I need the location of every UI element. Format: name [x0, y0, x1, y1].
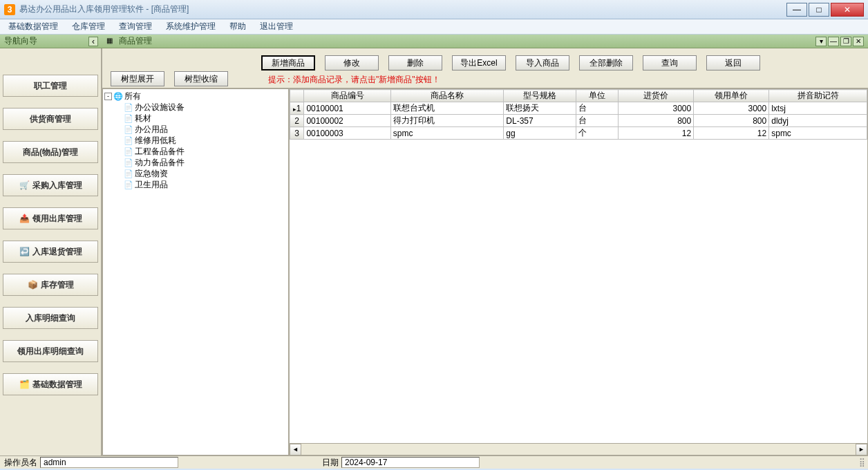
grid-cell[interactable]: 12	[694, 127, 769, 140]
menu-item-0[interactable]: 基础数据管理	[6, 19, 61, 34]
hint-text: 提示：添加商品记录，请点击"新增商品"按钮！	[268, 74, 440, 86]
file-icon	[124, 135, 133, 145]
table-row[interactable]: 100100001联想台式机联想扬天台30003000lxtsj	[290, 102, 867, 115]
panel-close-button[interactable]: ✕	[853, 37, 864, 46]
menu-item-1[interactable]: 仓库管理	[69, 19, 108, 34]
sidebar-item-5[interactable]: ↩️入库退货管理	[3, 241, 98, 263]
resize-grip-icon[interactable]: ⣿	[859, 458, 864, 467]
product-grid[interactable]: 商品编号商品名称型号规格单位进货价领用单价拼音助记符 100100001联想台式…	[289, 88, 868, 455]
minimize-button[interactable]: —	[786, 3, 807, 17]
grid-cell[interactable]: 800	[619, 115, 694, 127]
tree-node-3[interactable]: 维修用低耗	[124, 135, 287, 146]
panel-titlebar: ▦ 商品管理 ▾ — ❐ ✕	[102, 35, 868, 48]
toolbar-button-删除[interactable]: 删除	[388, 55, 442, 70]
menu-item-4[interactable]: 帮助	[227, 19, 249, 34]
grid-cell[interactable]: spmc	[390, 127, 504, 140]
grid-cell[interactable]: 3000	[619, 102, 694, 115]
toolbar-button-修改[interactable]: 修改	[325, 55, 379, 70]
toolbar-button-新增商品[interactable]: 新增商品	[261, 55, 315, 70]
grid-cell[interactable]: gg	[504, 127, 576, 140]
sidebar-item-9[interactable]: 🗂️基础数据管理	[3, 373, 98, 395]
file-icon	[124, 102, 133, 112]
sidebar-item-4[interactable]: 📤领用出库管理	[3, 207, 98, 229]
table-row[interactable]: 200100002得力打印机DL-357台800800dldyj	[290, 115, 867, 127]
panel-minimize-button[interactable]: —	[828, 37, 839, 46]
grid-column-header[interactable]: 单位	[576, 90, 619, 102]
grid-cell[interactable]: 3000	[694, 102, 769, 115]
panel-dropdown-icon[interactable]: ▾	[815, 37, 827, 46]
globe-icon	[113, 91, 123, 101]
file-icon	[124, 147, 133, 156]
grid-cell[interactable]: 台	[576, 102, 619, 115]
grid-cell[interactable]: dldyj	[769, 115, 867, 127]
tree-node-4[interactable]: 工程备品备件	[124, 146, 287, 157]
sidebar-item-7[interactable]: 入库明细查询	[3, 307, 98, 329]
grid-cell[interactable]: 个	[576, 127, 619, 140]
date-field: 2024-09-17	[341, 457, 480, 468]
menu-item-3[interactable]: 系统维护管理	[163, 19, 218, 34]
category-tree[interactable]: - 所有 办公设施设备耗材办公用品维修用低耗工程备品备件动力备品备件应急物资卫生…	[102, 88, 289, 455]
tree-toggle-icon[interactable]: -	[104, 93, 112, 100]
grid-cell[interactable]: 联想台式机	[390, 102, 504, 115]
toolbar-button-树型展开[interactable]: 树型展开	[111, 71, 164, 86]
panel-title: 商品管理	[119, 35, 815, 47]
sidebar-item-2[interactable]: 商品(物品)管理	[3, 141, 98, 163]
grid-column-header[interactable]: 商品编号	[304, 90, 390, 102]
table-row[interactable]: 300100003spmcgg个1212spmc	[290, 127, 867, 140]
nav-collapse-icon[interactable]: ‹	[88, 37, 98, 46]
tree-node-7[interactable]: 卫生用品	[124, 179, 287, 190]
tree-node-5[interactable]: 动力备品备件	[124, 157, 287, 168]
grid-cell[interactable]: lxtsj	[769, 102, 867, 115]
grid-cell[interactable]: 00100003	[304, 127, 390, 140]
grid-column-header[interactable]: 进货价	[619, 90, 694, 102]
sidebar-item-6[interactable]: 📦库存管理	[3, 274, 98, 296]
close-button[interactable]: ✕	[831, 3, 864, 17]
tree-node-0[interactable]: 办公设施设备	[124, 102, 287, 113]
grid-cell[interactable]: 12	[619, 127, 694, 140]
tree-node-label: 维修用低耗	[135, 135, 176, 147]
tree-node-label: 卫生用品	[135, 179, 168, 191]
sidebar-item-label: 入库明细查询	[26, 312, 75, 324]
grid-column-header[interactable]: 领用单价	[694, 90, 769, 102]
menu-item-5[interactable]: 退出管理	[257, 19, 296, 34]
menu-item-2[interactable]: 查询管理	[116, 19, 155, 34]
tree-node-2[interactable]: 办公用品	[124, 124, 287, 135]
toolbar-button-查询[interactable]: 查询	[643, 55, 697, 70]
grid-cell[interactable]: 得力打印机	[390, 115, 504, 127]
toolbar-button-导入商品[interactable]: 导入商品	[516, 55, 569, 70]
grid-cell[interactable]: 联想扬天	[504, 102, 576, 115]
grid-cell[interactable]: 00100002	[304, 115, 390, 127]
sidebar-item-0[interactable]: 职工管理	[3, 75, 98, 97]
grid-cell[interactable]: 00100001	[304, 102, 390, 115]
tree-node-6[interactable]: 应急物资	[124, 168, 287, 179]
panel-icon: ▦	[106, 37, 116, 46]
grid-column-header[interactable]: 商品名称	[390, 90, 504, 102]
toolbar-button-返回[interactable]: 返回	[706, 55, 760, 70]
grid-rownum-header	[290, 90, 304, 102]
maximize-button[interactable]: □	[809, 3, 829, 17]
horizontal-scrollbar[interactable]: ◄ ►	[290, 443, 867, 455]
sidebar-item-label: 商品(物品)管理	[23, 147, 78, 158]
scroll-right-icon[interactable]: ►	[856, 444, 867, 455]
toolbar-button-导出Excel[interactable]: 导出Excel	[452, 55, 506, 70]
sidebar-item-3[interactable]: 🛒采购入库管理	[3, 174, 98, 196]
grid-cell[interactable]: spmc	[769, 127, 867, 140]
tree-node-1[interactable]: 耗材	[124, 113, 287, 124]
toolbar-button-全部删除[interactable]: 全部删除	[579, 55, 633, 70]
grid-cell[interactable]: 800	[694, 115, 769, 127]
tree-root[interactable]: - 所有	[104, 91, 287, 102]
sidebar-item-label: 供货商管理	[30, 113, 71, 125]
file-icon	[124, 124, 133, 134]
sidebar-item-8[interactable]: 领用出库明细查询	[3, 340, 98, 362]
grid-cell[interactable]: DL-357	[504, 115, 576, 127]
nav-band: 导航向导 ‹	[0, 35, 102, 48]
panel-restore-button[interactable]: ❐	[840, 37, 851, 46]
toolbar-button-树型收缩[interactable]: 树型收缩	[174, 71, 228, 86]
grid-column-header[interactable]: 型号规格	[504, 90, 576, 102]
row-number: 3	[290, 127, 304, 140]
grid-column-header[interactable]: 拼音助记符	[769, 90, 867, 102]
grid-cell[interactable]: 台	[576, 115, 619, 127]
sidebar-item-1[interactable]: 供货商管理	[3, 108, 98, 130]
scroll-left-icon[interactable]: ◄	[290, 444, 301, 455]
titlebar: 3 易达办公用品出入库领用管理软件 - [商品管理] — □ ✕	[0, 0, 868, 19]
